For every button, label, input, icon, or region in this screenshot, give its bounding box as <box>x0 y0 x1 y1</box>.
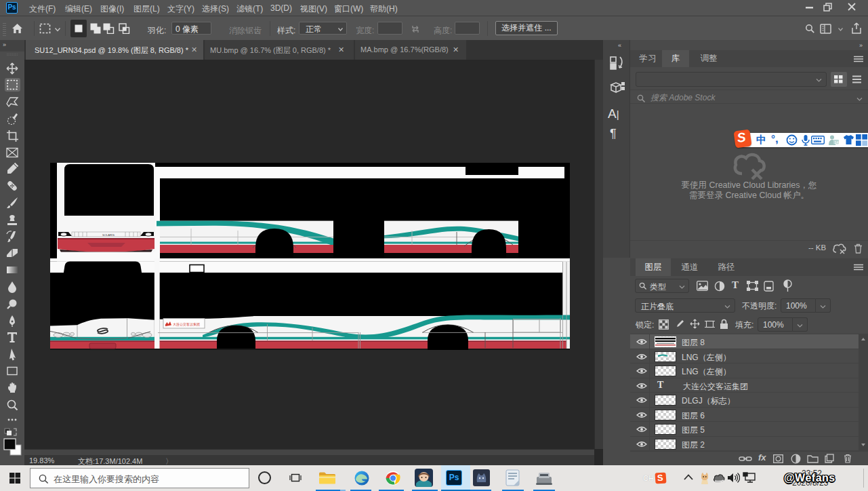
svg-text:大连公交客运集团: 大连公交客运集团 <box>173 322 200 327</box>
svg-text:14: 14 <box>835 140 839 144</box>
svg-text:SOLARIS: SOLARIS <box>102 233 115 237</box>
